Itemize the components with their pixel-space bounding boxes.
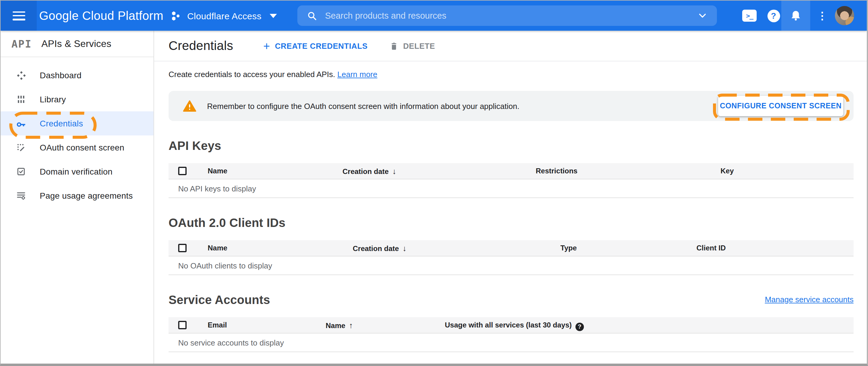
column-header-usage[interactable]: Usage with all services (last 30 days)? bbox=[445, 317, 584, 334]
sidebar: API APIs & Services Dashboard bbox=[1, 31, 154, 364]
delete-button[interactable]: DELETE bbox=[389, 41, 435, 50]
api-keys-table-header: Name Creation date↓ Restrictions Key bbox=[168, 163, 854, 179]
service-accounts-empty-state: No service accounts to display bbox=[168, 334, 854, 352]
library-icon bbox=[16, 94, 27, 104]
select-all-checkbox[interactable] bbox=[178, 167, 187, 175]
search-chevron-down-icon[interactable] bbox=[698, 11, 707, 21]
top-app-bar: Google Cloud Platform Cloudflare Access … bbox=[1, 1, 867, 31]
column-header-creation-date[interactable]: Creation date↓ bbox=[353, 240, 406, 256]
column-header-key[interactable]: Key bbox=[720, 163, 734, 179]
page-usage-agreements-icon bbox=[16, 191, 27, 201]
dashboard-icon bbox=[16, 70, 27, 80]
sidebar-item-label: OAuth consent screen bbox=[40, 143, 124, 152]
key-icon bbox=[16, 118, 27, 129]
help-icon: ? bbox=[767, 9, 780, 22]
content-area: Create credentials to access your enable… bbox=[154, 61, 867, 352]
oauth-clients-table-header: Name Creation date↓ Type Client ID bbox=[168, 240, 854, 256]
account-avatar[interactable] bbox=[835, 6, 854, 25]
intro-text: Create credentials to access your enable… bbox=[168, 61, 854, 79]
service-accounts-table-header: Email Name↑ Usage with all services (las… bbox=[168, 317, 854, 334]
select-all-checkbox[interactable] bbox=[178, 244, 187, 252]
oauth-clients-empty-state: No OAuth clients to display bbox=[168, 256, 854, 275]
configure-consent-screen-button[interactable]: CONFIGURE CONSENT SCREEN bbox=[718, 96, 843, 116]
warning-icon bbox=[183, 100, 196, 112]
cloud-shell-icon: >_ bbox=[742, 10, 757, 22]
select-all-checkbox[interactable] bbox=[178, 321, 187, 329]
search-bar[interactable] bbox=[297, 5, 717, 26]
help-button[interactable]: ? bbox=[766, 1, 781, 31]
project-caret-icon bbox=[270, 13, 277, 18]
notifications-button[interactable] bbox=[781, 1, 810, 31]
more-options-button[interactable]: ⋮ bbox=[814, 1, 830, 31]
sidebar-item-label: Page usage agreements bbox=[40, 191, 133, 201]
api-keys-title: API Keys bbox=[168, 138, 854, 153]
sidebar-item-domain-verification[interactable]: Domain verification bbox=[1, 159, 154, 184]
service-accounts-title: Service Accounts bbox=[168, 292, 270, 308]
sidebar-item-page-usage-agreements[interactable]: Page usage agreements bbox=[1, 184, 154, 208]
column-header-name[interactable]: Name bbox=[208, 240, 227, 256]
sidebar-item-label: Library bbox=[40, 94, 66, 104]
sort-asc-icon: ↑ bbox=[349, 321, 353, 330]
sidebar-item-label: Dashboard bbox=[40, 70, 82, 80]
project-name: Cloudflare Access bbox=[187, 10, 261, 21]
oauth-consent-icon bbox=[16, 143, 27, 152]
api-logo: API bbox=[11, 38, 32, 50]
bell-icon bbox=[790, 10, 802, 22]
sort-desc-icon: ↓ bbox=[402, 244, 406, 253]
project-selector[interactable]: Cloudflare Access bbox=[170, 1, 277, 31]
sidebar-nav: Dashboard Library bbox=[1, 57, 154, 208]
hamburger-icon bbox=[12, 11, 25, 20]
column-header-client-id[interactable]: Client ID bbox=[696, 240, 726, 256]
column-header-name[interactable]: Name↑ bbox=[326, 317, 353, 334]
column-header-creation-date[interactable]: Creation date↓ bbox=[342, 163, 396, 179]
page-header: Credentials + CREATE CREDENTIALS DELETE bbox=[154, 31, 867, 61]
sidebar-item-dashboard[interactable]: Dashboard bbox=[1, 63, 154, 87]
consent-warning-banner: Remember to configure the OAuth consent … bbox=[168, 91, 854, 121]
vertical-dots-icon: ⋮ bbox=[817, 9, 827, 22]
sidebar-item-credentials[interactable]: Credentials bbox=[1, 111, 154, 135]
main-content: Credentials + CREATE CREDENTIALS DELETE … bbox=[154, 31, 867, 364]
sidebar-header: API APIs & Services bbox=[1, 31, 154, 57]
sidebar-item-oauth-consent-screen[interactable]: OAuth consent screen bbox=[1, 135, 154, 159]
learn-more-link[interactable]: Learn more bbox=[337, 70, 377, 79]
plus-icon: + bbox=[264, 40, 270, 52]
oauth-clients-title: OAuth 2.0 Client IDs bbox=[168, 215, 854, 231]
page-title: Credentials bbox=[168, 38, 233, 53]
project-hexagons-icon bbox=[170, 10, 181, 21]
product-logo-text[interactable]: Google Cloud Platform bbox=[39, 1, 163, 31]
gcp-console-window: Google Cloud Platform Cloudflare Access … bbox=[0, 0, 868, 366]
banner-message: Remember to configure the OAuth consent … bbox=[207, 101, 520, 111]
manage-service-accounts-link[interactable]: Manage service accounts bbox=[765, 292, 854, 308]
create-credentials-button[interactable]: + CREATE CREDENTIALS bbox=[264, 40, 368, 52]
sidebar-title: APIs & Services bbox=[41, 38, 111, 49]
search-icon bbox=[307, 10, 317, 21]
cloud-shell-button[interactable]: >_ bbox=[741, 1, 758, 31]
nav-menu-button[interactable] bbox=[1, 1, 37, 31]
column-header-type[interactable]: Type bbox=[560, 240, 577, 256]
column-header-email[interactable]: Email bbox=[208, 317, 227, 334]
sidebar-item-label: Credentials bbox=[40, 119, 83, 128]
sidebar-item-library[interactable]: Library bbox=[1, 87, 154, 111]
column-header-name[interactable]: Name bbox=[208, 163, 227, 179]
usage-help-icon[interactable]: ? bbox=[576, 323, 584, 331]
search-input[interactable] bbox=[325, 11, 698, 21]
api-keys-empty-state: No API keys to display bbox=[168, 179, 854, 198]
column-header-restrictions[interactable]: Restrictions bbox=[536, 163, 578, 179]
sort-desc-icon: ↓ bbox=[392, 167, 396, 176]
domain-verification-icon bbox=[16, 167, 27, 176]
trash-icon bbox=[389, 41, 398, 50]
sidebar-item-label: Domain verification bbox=[40, 167, 113, 176]
